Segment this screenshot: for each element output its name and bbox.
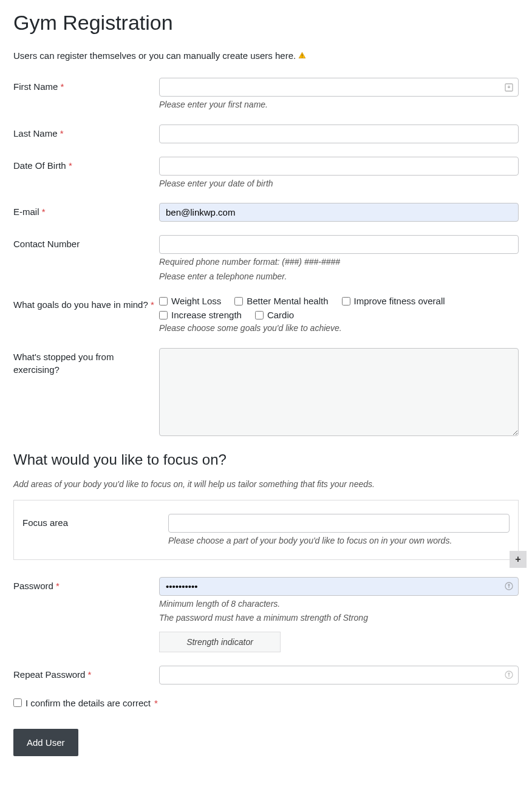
required-marker: * (42, 207, 46, 217)
password-manager-icon (504, 670, 514, 680)
goals-hint: Please choose some goals you'd like to a… (159, 323, 519, 335)
repeat-password-input[interactable] (159, 666, 519, 684)
goals-label: What goals do you have in mind? (13, 299, 148, 310)
svg-point-4 (508, 584, 510, 585)
confirm-checkbox[interactable] (13, 698, 22, 707)
contacts-autofill-icon (504, 83, 514, 92)
first-name-hint: Please enter your first name. (159, 99, 519, 111)
svg-rect-5 (508, 585, 509, 588)
required-marker: * (151, 299, 154, 310)
stopped-textarea[interactable] (159, 348, 519, 436)
focus-area-hint: Please choose a part of your body you'd … (168, 535, 510, 547)
intro-text: Users can register themselves or you can… (13, 50, 296, 61)
required-marker: * (61, 81, 64, 92)
focus-area-label: Focus area (22, 517, 68, 528)
goal-checkbox[interactable] (255, 311, 264, 319)
goal-option[interactable]: Weight Loss (159, 296, 221, 306)
password-input[interactable] (159, 577, 519, 596)
strength-indicator: Strength indicator (159, 632, 281, 652)
goal-option-label: Weight Loss (171, 296, 221, 306)
goal-option[interactable]: Cardio (255, 310, 294, 320)
contact-hint-format: Required phone number format: (###) ###-… (159, 256, 519, 268)
svg-rect-8 (508, 675, 509, 677)
confirm-label: I confirm the details are correct (26, 698, 151, 708)
stopped-label: What's stopped you from exercising? (13, 352, 114, 375)
svg-point-7 (508, 673, 510, 675)
password-hint-strength: The password must have a minimum strengt… (159, 612, 519, 624)
focus-heading: What would you like to focus on? (13, 451, 519, 468)
first-name-label: First Name (13, 81, 58, 92)
focus-repeater: Focus area Please choose a part of your … (13, 500, 519, 560)
dob-hint: Please enter your date of birth (159, 178, 519, 190)
focus-section-hint: Add areas of your body you'd like to foc… (13, 479, 519, 489)
password-manager-icon (504, 581, 514, 591)
first-name-input[interactable] (159, 78, 519, 97)
last-name-input[interactable] (159, 125, 519, 143)
goal-option[interactable]: Increase strength (159, 310, 242, 320)
email-input[interactable] (159, 203, 519, 222)
required-marker: * (60, 128, 64, 138)
required-marker: * (56, 581, 60, 591)
required-marker: * (88, 669, 92, 680)
warning-icon (298, 52, 306, 60)
add-focus-button[interactable]: + (510, 551, 527, 568)
add-user-button[interactable]: Add User (13, 729, 78, 756)
goal-option-label: Cardio (267, 310, 294, 320)
svg-rect-1 (302, 57, 302, 58)
svg-rect-0 (302, 54, 302, 56)
focus-area-input[interactable] (168, 514, 510, 533)
goal-checkbox[interactable] (159, 297, 168, 306)
plus-icon: + (515, 554, 520, 565)
required-marker: * (154, 698, 158, 708)
required-marker: * (69, 160, 72, 171)
dob-input[interactable] (159, 157, 519, 176)
contact-label: Contact Number (13, 239, 80, 249)
last-name-label: Last Name (13, 128, 58, 138)
email-label: E-mail (13, 207, 39, 217)
goal-checkbox[interactable] (342, 297, 350, 306)
goal-option-label: Improve fitness overall (354, 296, 445, 306)
goal-option[interactable]: Better Mental health (234, 296, 328, 306)
repeat-password-label: Repeat Password (13, 669, 85, 680)
dob-label: Date Of Birth (13, 160, 66, 171)
password-hint-len: Minimum length of 8 characters. (159, 598, 519, 610)
contact-input[interactable] (159, 235, 519, 254)
page-title: Gym Registration (13, 11, 519, 35)
goal-checkbox[interactable] (234, 297, 243, 306)
goal-option[interactable]: Improve fitness overall (342, 296, 445, 306)
contact-hint-desc: Please enter a telephone number. (159, 271, 519, 283)
password-label: Password (13, 581, 53, 591)
goal-option-label: Increase strength (171, 310, 242, 320)
goal-checkbox[interactable] (159, 311, 168, 319)
goal-option-label: Better Mental health (247, 296, 328, 306)
